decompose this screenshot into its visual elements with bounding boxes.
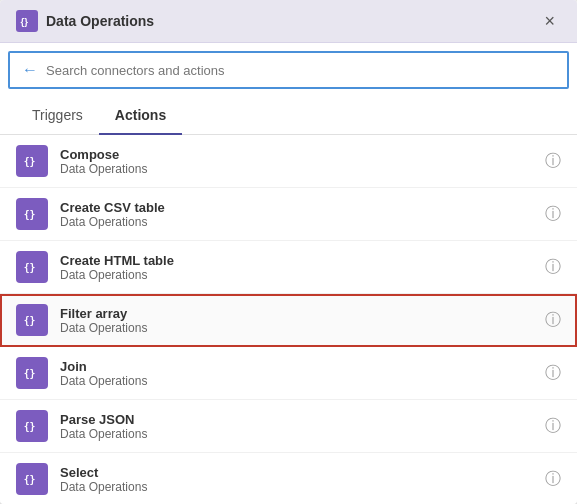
svg-text:{}: {} — [24, 209, 36, 220]
svg-text:{}: {} — [24, 368, 36, 379]
item-sub: Data Operations — [60, 374, 545, 388]
tab-actions[interactable]: Actions — [99, 97, 182, 135]
actions-list: {} Compose Data Operations ⓘ {} Create C… — [0, 135, 577, 504]
search-bar: ← — [8, 51, 569, 89]
list-item[interactable]: {} Parse JSON Data Operations ⓘ — [0, 400, 577, 453]
item-icon: {} — [16, 304, 48, 336]
item-sub: Data Operations — [60, 321, 545, 335]
item-name: Create HTML table — [60, 253, 545, 268]
header-left: {} Data Operations — [16, 10, 154, 32]
tab-triggers[interactable]: Triggers — [16, 97, 99, 135]
item-text: Create HTML table Data Operations — [60, 253, 545, 282]
info-icon[interactable]: ⓘ — [545, 310, 561, 331]
item-sub: Data Operations — [60, 427, 545, 441]
item-text: Create CSV table Data Operations — [60, 200, 545, 229]
item-text: Parse JSON Data Operations — [60, 412, 545, 441]
dialog-title: Data Operations — [46, 13, 154, 29]
close-button[interactable]: × — [538, 10, 561, 32]
header-icon: {} — [16, 10, 38, 32]
list-item[interactable]: {} Select Data Operations ⓘ — [0, 453, 577, 504]
list-item[interactable]: {} Join Data Operations ⓘ — [0, 347, 577, 400]
dialog-header: {} Data Operations × — [0, 0, 577, 43]
item-icon: {} — [16, 198, 48, 230]
info-icon[interactable]: ⓘ — [545, 416, 561, 437]
item-icon: {} — [16, 251, 48, 283]
item-name: Select — [60, 465, 545, 480]
svg-text:{}: {} — [21, 16, 29, 27]
item-text: Compose Data Operations — [60, 147, 545, 176]
item-sub: Data Operations — [60, 480, 545, 494]
item-name: Create CSV table — [60, 200, 545, 215]
list-item[interactable]: {} Compose Data Operations ⓘ — [0, 135, 577, 188]
item-name: Parse JSON — [60, 412, 545, 427]
svg-text:{}: {} — [24, 474, 36, 485]
svg-text:{}: {} — [24, 262, 36, 273]
item-icon: {} — [16, 463, 48, 495]
list-item[interactable]: {} Create CSV table Data Operations ⓘ — [0, 188, 577, 241]
item-name: Join — [60, 359, 545, 374]
info-icon[interactable]: ⓘ — [545, 469, 561, 490]
item-icon: {} — [16, 410, 48, 442]
item-text: Join Data Operations — [60, 359, 545, 388]
info-icon[interactable]: ⓘ — [545, 204, 561, 225]
item-name: Filter array — [60, 306, 545, 321]
data-operations-dialog: {} Data Operations × ← Triggers Actions … — [0, 0, 577, 504]
item-sub: Data Operations — [60, 215, 545, 229]
list-item[interactable]: {} Create HTML table Data Operations ⓘ — [0, 241, 577, 294]
info-icon[interactable]: ⓘ — [545, 363, 561, 384]
svg-text:{}: {} — [24, 421, 36, 432]
item-icon: {} — [16, 145, 48, 177]
svg-text:{}: {} — [24, 156, 36, 167]
item-icon: {} — [16, 357, 48, 389]
item-text: Filter array Data Operations — [60, 306, 545, 335]
item-sub: Data Operations — [60, 162, 545, 176]
search-input[interactable] — [46, 63, 555, 78]
svg-text:{}: {} — [24, 315, 36, 326]
info-icon[interactable]: ⓘ — [545, 257, 561, 278]
info-icon[interactable]: ⓘ — [545, 151, 561, 172]
tabs-bar: Triggers Actions — [0, 97, 577, 135]
item-sub: Data Operations — [60, 268, 545, 282]
back-arrow-icon[interactable]: ← — [22, 61, 38, 79]
item-text: Select Data Operations — [60, 465, 545, 494]
item-name: Compose — [60, 147, 545, 162]
list-item[interactable]: {} Filter array Data Operations ⓘ — [0, 294, 577, 347]
